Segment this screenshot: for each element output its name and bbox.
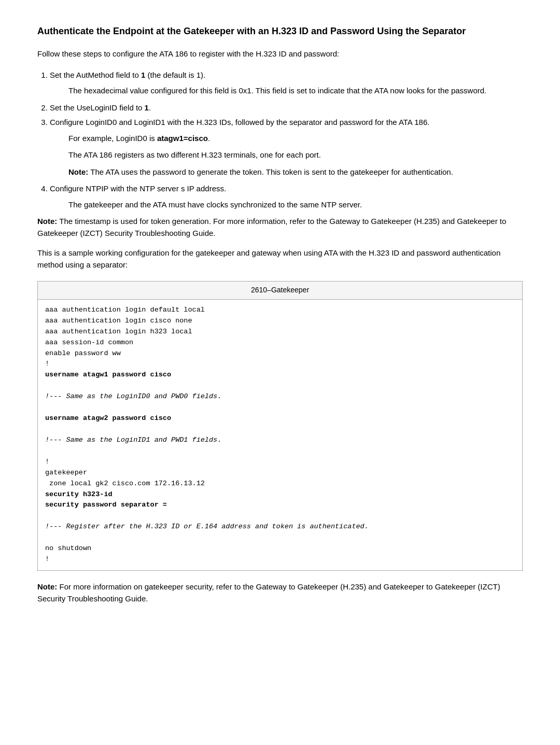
step-3: Configure LoginID0 and LoginID1 with the… (50, 117, 523, 178)
step-4: Configure NTPIP with the NTP server s IP… (50, 183, 523, 210)
code-line-normal-7: no shutdown ! (45, 544, 91, 563)
note-block: Note: The timestamp is used for token ge… (37, 216, 523, 239)
intro-paragraph: Follow these steps to configure the ATA … (37, 48, 523, 60)
code-line-italic-1: !--- Same as the LoginID0 and PWD0 field… (45, 392, 221, 400)
steps-list: Set the AutMethod field to 1 (the defaul… (50, 69, 523, 211)
sample-intro: This is a sample working configuration f… (37, 247, 523, 271)
note-block-text: The timestamp is used for token generati… (37, 217, 506, 237)
step-2: Set the UseLoginID field to 1. (50, 102, 523, 114)
step-4-sub: The gatekeeper and the ATA must have clo… (68, 199, 523, 211)
page-title: Authenticate the Endpoint at the Gatekee… (37, 25, 523, 38)
step-3-example: For example, LoginID0 is atagw1=cisco. (68, 133, 523, 145)
code-line-italic-2: !--- Same as the LoginID1 and PWD1 field… (45, 436, 221, 444)
code-line-bold-1: username atagw1 password cisco (45, 371, 171, 378)
bottom-note-text: For more information on gatekeeper secur… (37, 582, 500, 603)
bottom-note-label: Note: (37, 582, 57, 591)
code-line-normal-1: aaa authentication login default local a… (45, 306, 205, 368)
code-box-content: aaa authentication login default local a… (38, 300, 522, 570)
code-line-bold-3: security h323-id security password separ… (45, 490, 167, 509)
step-3-note-label: Note: (68, 167, 88, 176)
step-3-note: Note: The ATA uses the password to gener… (68, 166, 523, 178)
bottom-note: Note: For more information on gatekeeper… (37, 581, 523, 605)
code-box: 2610–Gatekeeper aaa authentication login… (37, 281, 523, 571)
code-line-italic-3: !--- Register after the H.323 ID or E.16… (45, 523, 369, 530)
step-1-sub: The hexadecimal value configured for thi… (68, 85, 523, 97)
code-line-normal-5: ! gatekeeper zone local gk2 cisco.com 17… (45, 458, 205, 487)
code-line-bold-2: username atagw2 password cisco (45, 414, 171, 422)
step-3-registers: The ATA 186 registers as two different H… (68, 149, 523, 161)
code-box-title: 2610–Gatekeeper (38, 282, 522, 300)
note-block-label: Note: (37, 217, 57, 226)
step-1: Set the AutMethod field to 1 (the defaul… (50, 69, 523, 97)
